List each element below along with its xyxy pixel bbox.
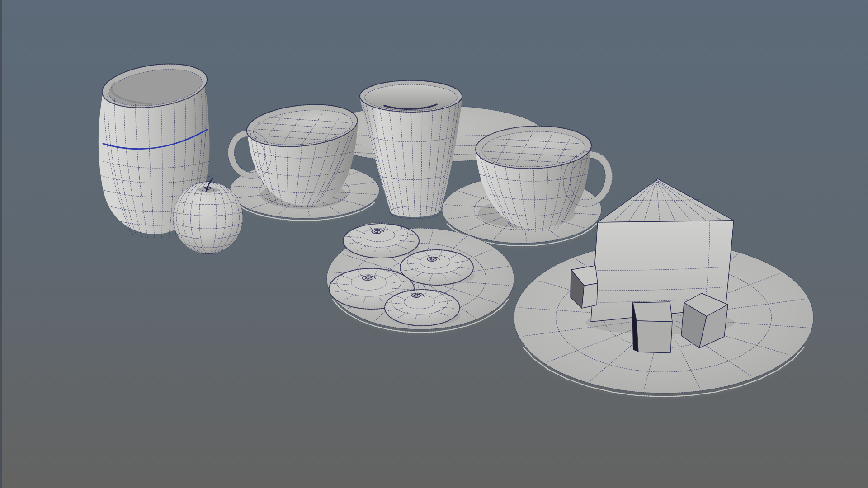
sugar-cube-1-right: [582, 283, 598, 308]
viewport-canvas[interactable]: [0, 0, 868, 488]
object-cookie-4[interactable]: [385, 289, 460, 326]
sugar-cube-2-front: [637, 321, 672, 353]
viewport[interactable]: [0, 0, 868, 488]
sugar-cube-2-top: [633, 302, 672, 322]
object-sugar-cube-2[interactable]: [632, 302, 672, 353]
viewport-left-edge: [0, 0, 2, 488]
